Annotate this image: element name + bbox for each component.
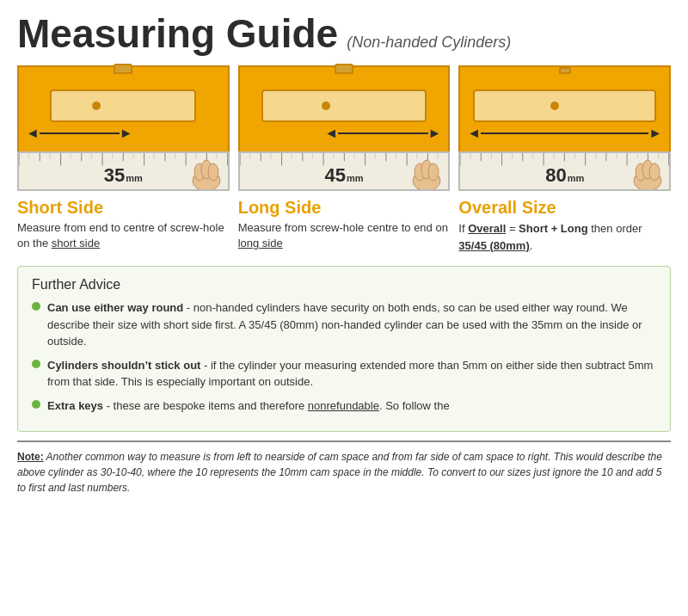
- short-side-col: ◄ ►: [17, 65, 230, 254]
- long-side-col: ◄ ►: [238, 65, 451, 254]
- overall-finger: [631, 155, 664, 189]
- advice-item-1: Can use either way round - non-handed cy…: [32, 299, 656, 350]
- short-arrow-line: [40, 132, 120, 134]
- short-size-display: 35mm: [104, 164, 143, 187]
- short-cyl-wrapper: [26, 76, 221, 122]
- long-arrow-row: ◄ ►: [247, 122, 442, 141]
- long-cyl-keyway: [322, 102, 330, 110]
- long-size-unit: mm: [347, 173, 364, 183]
- short-label: Short Side: [17, 198, 230, 218]
- advice-box: Further Advice Can use either way round …: [17, 266, 671, 432]
- long-cyl-rect: [261, 89, 427, 122]
- overall-period: .: [530, 239, 533, 252]
- long-finger-svg: [410, 155, 443, 189]
- long-cylinder-box: ◄ ►: [238, 65, 451, 151]
- svg-point-25: [208, 163, 218, 181]
- short-size-number: 35: [104, 164, 125, 187]
- short-finger-svg: [190, 155, 223, 189]
- diagrams-row: ◄ ►: [17, 65, 671, 254]
- short-arrow-right: ►: [120, 126, 133, 141]
- advice-item-2-bold: Cylinders shouldn’t stick out: [47, 359, 200, 372]
- short-arrow-left: ◄: [26, 126, 40, 141]
- overall-col: ◄ ►: [458, 65, 671, 254]
- long-label: Long Side: [238, 198, 451, 218]
- advice-item-3: Extra keys - these are bespoke items and…: [32, 397, 656, 415]
- short-finger: [190, 155, 223, 189]
- advice-item-2-text: Cylinders shouldn’t stick out - if the c…: [47, 357, 656, 391]
- short-cyl-knob: [114, 64, 132, 74]
- advice-item-3-text: Extra keys - these are bespoke items and…: [47, 397, 450, 415]
- long-cyl-wrapper: [247, 76, 442, 122]
- bullet-3: [32, 400, 40, 409]
- long-arrow-right: ►: [428, 126, 442, 141]
- page-title: Measuring Guide: [17, 14, 338, 53]
- short-arrow-row: ◄ ►: [26, 122, 221, 141]
- long-size-number: 45: [324, 164, 345, 187]
- overall-arrow: ◄ ►: [467, 126, 662, 141]
- overall-bold1: Overall: [468, 222, 506, 235]
- long-size-display: 45mm: [324, 164, 363, 187]
- header: Measuring Guide (Non-handed Cylinders): [17, 14, 671, 53]
- long-ruler: 45mm: [238, 151, 451, 191]
- note-label: Note:: [17, 451, 44, 463]
- overall-cylinder-box: ◄ ►: [458, 65, 671, 151]
- overall-arrow-right: ►: [648, 126, 662, 141]
- page-container: Measuring Guide (Non-handed Cylinders) ◄: [0, 0, 688, 506]
- svg-point-51: [428, 163, 439, 181]
- short-cyl-keyway: [92, 102, 101, 110]
- svg-point-77: [649, 163, 660, 181]
- overall-label: Overall Size: [458, 198, 671, 218]
- short-arrow: ◄ ►: [26, 126, 133, 141]
- overall-size-number: 80: [545, 164, 566, 187]
- advice-item-1-bold: Can use either way round: [47, 301, 183, 314]
- advice-item-3-suffix: . So follow the: [379, 399, 450, 412]
- page-subtitle: (Non-handed Cylinders): [347, 34, 511, 52]
- overall-size-unit: mm: [568, 173, 585, 183]
- advice-item-3-underline: nonrefundable: [308, 399, 379, 412]
- bullet-1: [32, 302, 40, 311]
- overall-if: If: [458, 222, 468, 235]
- note-box: Note: Another common way to measure is f…: [17, 440, 671, 496]
- short-cylinder-box: ◄ ►: [17, 65, 230, 151]
- overall-arrow-left: ◄: [467, 126, 481, 141]
- advice-item-3-prefix: - these are bespoke items and therefore: [103, 399, 308, 412]
- overall-size-display: 80mm: [545, 164, 584, 187]
- advice-item-3-bold: Extra keys: [47, 399, 103, 412]
- overall-cyl-wrapper: [467, 76, 662, 122]
- overall-cyl-rect: [473, 89, 656, 122]
- overall-ruler: 80mm: [458, 151, 671, 191]
- short-desc: Measure from end to centre of screw-hole…: [17, 220, 230, 251]
- overall-arrow-row: ◄ ►: [467, 122, 662, 141]
- advice-item-1-text: Can use either way round - non-handed cy…: [47, 299, 656, 350]
- overall-finger-svg: [631, 155, 664, 189]
- long-arrow-left: ◄: [324, 126, 338, 141]
- long-arrow: ◄ ►: [324, 126, 441, 141]
- short-cyl-rect: [50, 89, 196, 122]
- overall-bold2: Short + Long: [519, 222, 588, 235]
- bullet-2: [32, 360, 40, 368]
- note-text: Another common way to measure is from le…: [17, 451, 662, 494]
- advice-list: Can use either way round - non-handed cy…: [32, 299, 656, 414]
- short-size-unit: mm: [126, 173, 143, 183]
- advice-title: Further Advice: [32, 277, 656, 293]
- short-ruler: 35mm: [17, 151, 230, 191]
- long-cyl-knob: [335, 64, 353, 74]
- overall-arrow-line: [481, 132, 648, 134]
- overall-then: then order: [588, 222, 642, 235]
- overall-order: 35/45 (80mm): [458, 239, 529, 252]
- long-finger: [410, 155, 443, 189]
- overall-eq: =: [506, 222, 519, 235]
- long-desc: Measure from screw-hole centre to end on…: [238, 220, 451, 251]
- long-arrow-line: [338, 132, 427, 134]
- overall-desc: If Overall = Short + Long then order 35/…: [458, 220, 671, 254]
- overall-cyl-keyway: [550, 102, 559, 110]
- overall-cyl-knob: [559, 67, 571, 74]
- advice-item-2: Cylinders shouldn’t stick out - if the c…: [32, 357, 656, 391]
